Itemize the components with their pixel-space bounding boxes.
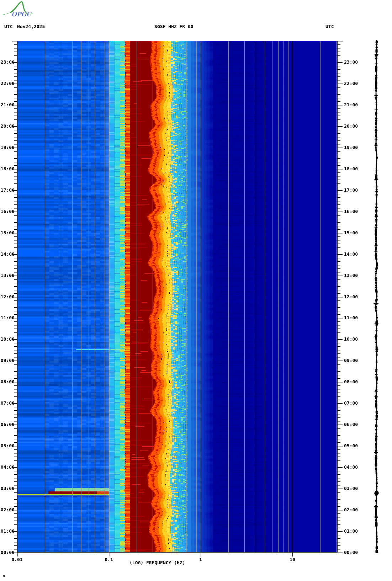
- time-label-left: 03:00: [0, 486, 15, 491]
- time-label-right: 00:00: [344, 550, 358, 555]
- time-label-right: 22:00: [344, 81, 358, 86]
- time-label-right: 10:00: [344, 336, 358, 342]
- time-label-left: 14:00: [0, 251, 15, 257]
- time-label-right: 15:00: [344, 230, 358, 235]
- time-label-right: 14:00: [344, 251, 358, 257]
- time-label-left: 02:00: [0, 507, 15, 512]
- time-label-right: 09:00: [344, 358, 358, 363]
- time-label-left: 15:00: [0, 230, 15, 235]
- time-label-left: 18:00: [0, 166, 15, 171]
- seismogram-trace-canvas: [371, 40, 381, 553]
- time-label-left: 06:00: [0, 422, 15, 427]
- freq-tick-label: 0.01: [3, 557, 31, 562]
- time-label-left: 00:00: [0, 550, 15, 555]
- time-label-right: 08:00: [344, 379, 358, 384]
- time-label-right: 05:00: [344, 443, 358, 448]
- spectrogram-canvas: [17, 41, 338, 553]
- time-label-left: 17:00: [0, 187, 15, 193]
- logo-text: OPGC: [11, 11, 32, 18]
- time-label-left: 20:00: [0, 123, 15, 129]
- header-utc-left-label: UTC: [4, 24, 12, 29]
- freq-tick-label: 1: [186, 557, 215, 562]
- time-label-left: 16:00: [0, 209, 15, 214]
- time-label-left: 10:00: [0, 336, 15, 342]
- time-label-right: 17:00: [344, 187, 358, 193]
- time-label-right: 21:00: [344, 102, 358, 107]
- time-label-right: 03:00: [344, 486, 358, 491]
- time-label-right: 02:00: [344, 507, 358, 512]
- time-label-left: 19:00: [0, 145, 15, 150]
- time-label-right: 16:00: [344, 209, 358, 214]
- time-label-left: 11:00: [0, 315, 15, 320]
- time-label-right: 20:00: [344, 123, 358, 129]
- corner-mark: M: [3, 575, 5, 577]
- time-label-left: 22:00: [0, 81, 15, 86]
- time-label-right: 12:00: [344, 294, 358, 299]
- time-label-right: 06:00: [344, 422, 358, 427]
- freq-tick-label: 10: [278, 557, 307, 562]
- time-label-right: 11:00: [344, 315, 358, 320]
- station-title: SGSF HHZ FR 00: [154, 24, 194, 29]
- time-label-left: 01:00: [0, 528, 15, 534]
- logo-dashed-slope: [3, 12, 11, 15]
- opgc-logo: OPGC: [2, 1, 45, 19]
- time-label-left: 07:00: [0, 400, 15, 406]
- time-label-right: 18:00: [344, 166, 358, 171]
- header-utc-right-label: UTC: [325, 24, 334, 29]
- time-label-left: 13:00: [0, 273, 15, 278]
- time-label-left: 04:00: [0, 464, 15, 470]
- time-label-right: 01:00: [344, 528, 358, 534]
- time-label-left: 05:00: [0, 443, 15, 448]
- time-label-right: 07:00: [344, 400, 358, 406]
- time-label-left: 23:00: [0, 59, 15, 65]
- time-label-right: 04:00: [344, 464, 358, 470]
- time-label-left: 08:00: [0, 379, 15, 384]
- time-label-left: 12:00: [0, 294, 15, 299]
- header-date-label: Nov24,2025: [17, 24, 45, 29]
- frequency-axis-label: (LOG) FREQUENCY (HZ): [129, 560, 185, 565]
- time-label-left: 21:00: [0, 102, 15, 107]
- freq-tick-label: 0.1: [95, 557, 123, 562]
- time-label-left: 09:00: [0, 358, 15, 363]
- time-label-right: 19:00: [344, 145, 358, 150]
- time-label-right: 13:00: [344, 273, 358, 278]
- time-label-right: 23:00: [344, 59, 358, 65]
